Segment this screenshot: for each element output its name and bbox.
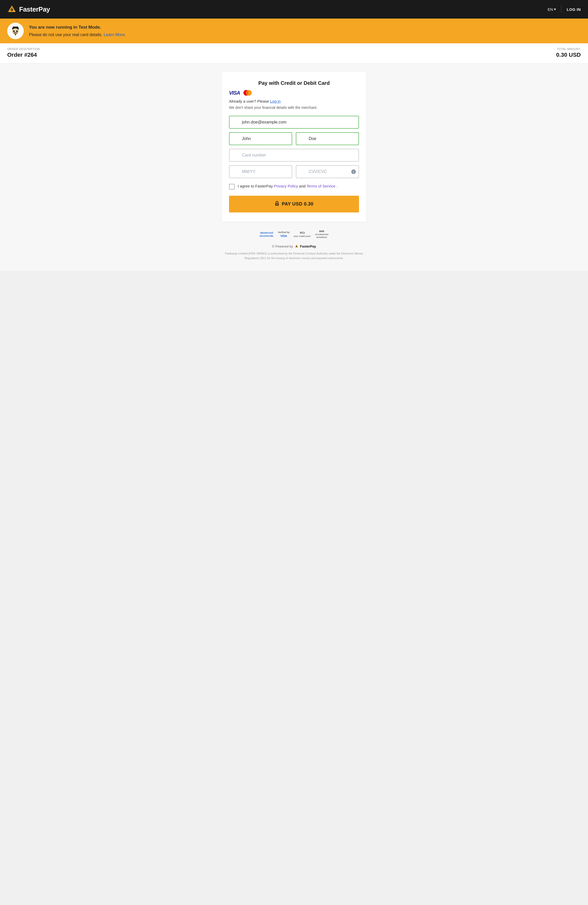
card-logos: VISA (229, 90, 359, 96)
order-description-label: ORDER DESCRIPTION: (7, 48, 41, 51)
order-description: ORDER DESCRIPTION: Order #264 (7, 48, 41, 58)
email-input-wrapper (229, 116, 359, 129)
card-number-input-wrapper (229, 149, 359, 162)
cvv-input[interactable] (296, 165, 359, 178)
main-content: Pay with Credit or Debit Card VISA Alrea… (0, 64, 588, 271)
svg-point-34 (296, 246, 297, 247)
order-amount: TOTAL AMOUNT: 0.30 USD (556, 48, 581, 58)
expiry-input[interactable] (229, 165, 292, 178)
first-name-input-wrapper (229, 132, 292, 145)
powered-by: © Powered by FasterPay (222, 244, 366, 248)
pci-dss-badge: PCI DSS COMPLIANT (294, 231, 311, 238)
login-button[interactable]: LOG IN (567, 7, 581, 12)
header-right: EN ▾ LOG IN (548, 6, 581, 13)
svg-point-10 (14, 31, 14, 31)
pay-button-label: PAY USD 0.30 (282, 202, 314, 207)
logo: FasterPay (7, 5, 50, 14)
test-avatar (7, 23, 24, 39)
svg-point-9 (16, 30, 18, 32)
trust-badges: MasterCard SecureCode. Verified by VISA … (222, 230, 366, 239)
privacy-note: We don't share your financial details wi… (229, 105, 359, 110)
order-info: ORDER DESCRIPTION: Order #264 TOTAL AMOU… (0, 43, 588, 64)
test-mode-text: You are now running in Test Mode. Please… (29, 24, 126, 38)
last-name-input-wrapper (296, 132, 359, 145)
cvv-input-wrapper: i (296, 165, 359, 178)
pay-button[interactable]: PAY USD 0.30 (229, 196, 359, 213)
card-number-form-group (229, 149, 359, 162)
svg-point-31 (277, 204, 278, 205)
test-mode-line2: Please do not use your real card details… (29, 32, 103, 37)
order-description-value: Order #264 (7, 52, 41, 58)
login-link[interactable]: Log in (270, 99, 281, 103)
fasterpay-logo-icon (7, 5, 16, 14)
expiry-cvv-form-group: i (229, 165, 359, 178)
email-form-group (229, 116, 359, 129)
mastercard-secure-badge: MasterCard SecureCode. (259, 232, 273, 237)
language-code: EN (548, 7, 553, 12)
last-name-input[interactable] (296, 132, 359, 145)
learn-more-link[interactable]: Learn More. (104, 32, 126, 37)
terms-checkbox-row: I agree to FasterPay Privacy Policy and … (229, 183, 359, 189)
svg-point-11 (17, 31, 17, 31)
verified-visa-badge: Verified by VISA (278, 231, 289, 238)
svg-point-2 (11, 9, 13, 10)
order-amount-label: TOTAL AMOUNT: (556, 48, 581, 51)
language-selector[interactable]: EN ▾ (548, 7, 561, 12)
privacy-policy-link[interactable]: Privacy Policy (274, 184, 298, 188)
visa-logo: VISA (229, 90, 240, 96)
already-user-text: Already a user? Please Log in (229, 99, 359, 103)
header: FasterPay EN ▾ LOG IN (0, 0, 588, 19)
card-number-input[interactable] (229, 149, 359, 162)
first-name-input[interactable] (229, 132, 292, 145)
spy-avatar-icon (9, 24, 22, 38)
terms-checkbox[interactable] (229, 184, 235, 189)
terms-label: I agree to FasterPay Privacy Policy and … (238, 183, 338, 189)
pay-button-lock-icon (275, 201, 279, 207)
header-divider (561, 6, 561, 13)
svg-point-8 (13, 30, 15, 32)
terms-of-service-link[interactable]: Terms of Service (307, 184, 335, 188)
email-input[interactable] (229, 116, 359, 129)
fasterpay-footer-logo: FasterPay (294, 244, 316, 248)
logo-text: FasterPay (19, 5, 50, 13)
mastercard-logo (243, 90, 253, 96)
payment-title: Pay with Credit or Debit Card (229, 80, 359, 86)
test-mode-line1: You are now running in Test Mode. (29, 24, 126, 31)
order-amount-value: 0.30 USD (556, 52, 581, 58)
name-form-group (229, 132, 359, 145)
payment-card: Pay with Credit or Debit Card VISA Alrea… (222, 72, 366, 222)
chevron-down-icon: ▾ (554, 7, 556, 12)
bbb-badge: BBB ACCREDITEDBUSINESS (315, 230, 328, 239)
footer-legal: Fasterpay Limited (FRN: 900681) is autho… (222, 251, 366, 260)
footer: MasterCard SecureCode. Verified by VISA … (222, 230, 366, 260)
test-mode-banner: You are now running in Test Mode. Please… (0, 19, 588, 43)
cvv-info-icon[interactable]: i (351, 169, 356, 174)
expiry-input-wrapper (229, 165, 292, 178)
